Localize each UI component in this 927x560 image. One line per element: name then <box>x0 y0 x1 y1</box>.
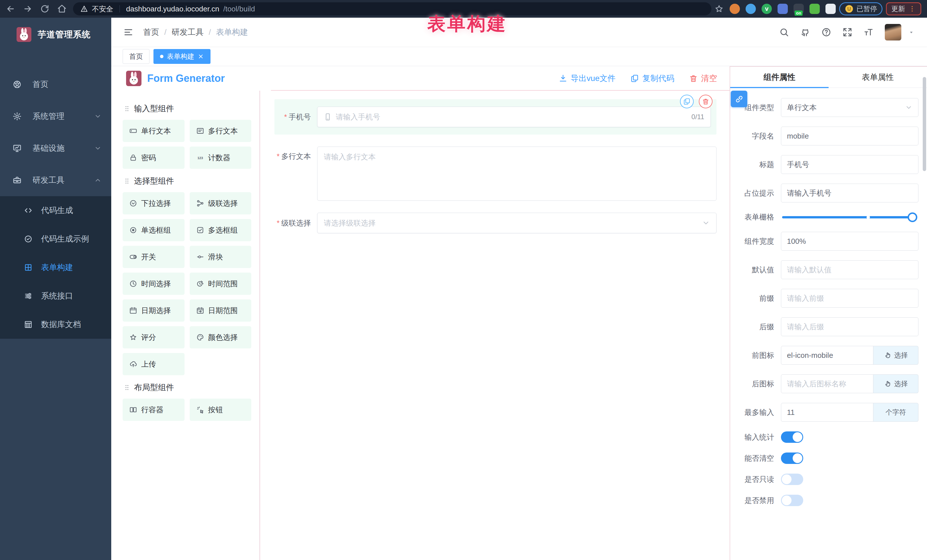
breadcrumb-item[interactable]: 首页 <box>143 27 159 38</box>
prop-append-前图标[interactable]: 选择 <box>873 346 918 365</box>
sidebar-subitem-3[interactable]: 系统接口 <box>0 282 111 310</box>
canvas-field-手机号[interactable]: *手机号 请输入手机号 0/11 <box>274 99 716 135</box>
back-icon[interactable] <box>6 4 15 14</box>
sidebar-item-3[interactable]: 研发工具 <box>0 164 111 196</box>
delete-field-button[interactable] <box>699 95 713 108</box>
palette-item-颜色选择[interactable]: 颜色选择 <box>190 326 252 348</box>
prop-input-后图标[interactable]: 请输入后图标名称 <box>781 374 873 393</box>
prop-input-最多输入[interactable]: 11 <box>781 403 873 422</box>
palette-item-上传[interactable]: 上传 <box>123 353 185 375</box>
help-icon[interactable] <box>821 27 831 37</box>
field-input[interactable]: 请输入手机号 0/11 <box>317 107 711 127</box>
puzzle-extension-icon[interactable] <box>825 4 836 14</box>
prop-append-最多输入[interactable]: 个字符 <box>873 403 918 422</box>
v-extension-icon[interactable]: v <box>761 4 772 14</box>
chevron-down-icon <box>702 219 710 227</box>
github-icon[interactable] <box>800 27 810 37</box>
address-bar[interactable]: 不安全 dashboard.yudao.iocoder.cn/tool/buil… <box>73 2 711 15</box>
palette-item-按钮[interactable]: 按钮 <box>190 399 252 421</box>
palette-item-滑块[interactable]: 滑块 <box>190 246 252 268</box>
breadcrumb-item[interactable]: 研发工具 <box>172 27 204 38</box>
prop-append-后图标[interactable]: 选择 <box>873 374 918 393</box>
columns-extension-icon[interactable] <box>778 4 788 14</box>
palette-item-单选框组[interactable]: 单选框组 <box>123 219 185 241</box>
leaf-extension-icon[interactable] <box>810 4 820 14</box>
avatar-caret-icon[interactable] <box>908 29 915 35</box>
palette-item-密码[interactable]: 密码 <box>123 147 185 169</box>
prop-input-前缀[interactable]: 请输入前缀 <box>781 289 918 308</box>
search-icon[interactable] <box>779 27 789 37</box>
slider-handle[interactable] <box>907 212 917 222</box>
pin-extension-icon[interactable] <box>746 4 756 14</box>
canvas-field-级联选择[interactable]: *级联选择 请选择级联选择 <box>274 213 716 233</box>
sidebar-item-1[interactable]: 系统管理 <box>0 100 111 132</box>
sidebar-subitem-2[interactable]: 表单构建 <box>0 253 111 282</box>
field-textarea[interactable]: 请输入多行文本 <box>317 147 716 201</box>
palette-item-行容器[interactable]: 行容器 <box>123 399 185 421</box>
data-binding-button[interactable] <box>731 91 747 107</box>
prop-switch-输入统计[interactable] <box>781 431 803 443</box>
prop-switch-是否只读[interactable] <box>781 473 803 485</box>
svg-text:123: 123 <box>198 156 203 160</box>
prop-select-组件类型[interactable]: 单行文本 <box>781 98 918 117</box>
prop-switch-是否禁用[interactable] <box>781 495 803 506</box>
prop-input-组件宽度[interactable]: 100% <box>781 232 918 250</box>
palette-item-多行文本[interactable]: 多行文本 <box>190 120 252 142</box>
palette-item-日期范围[interactable]: 日期范围 <box>190 299 252 322</box>
palette-item-下拉选择[interactable]: 下拉选择 <box>123 192 185 214</box>
user-avatar[interactable] <box>885 24 901 41</box>
prop-slider-表单栅格[interactable] <box>782 216 913 219</box>
prop-label: 是否只读 <box>730 475 781 484</box>
tab-表单构建[interactable]: 表单构建 <box>153 49 211 64</box>
palette-item-时间范围[interactable]: 时间范围 <box>190 273 252 295</box>
sidebar-subitem-4[interactable]: 数据库文档 <box>0 310 111 339</box>
sidebar-subitem-0[interactable]: 代码生成 <box>0 196 111 225</box>
fullscreen-icon[interactable] <box>843 27 852 37</box>
char-counter: 0/11 <box>691 113 704 121</box>
reload-icon[interactable] <box>40 4 50 14</box>
hamburger-icon[interactable] <box>123 27 134 37</box>
tab-组件属性[interactable]: 组件属性 <box>730 67 828 88</box>
prop-input-标题[interactable]: 手机号 <box>781 155 918 174</box>
palette-item-多选框组[interactable]: 多选框组 <box>190 219 252 241</box>
security-warning-icon[interactable] <box>81 5 88 12</box>
prop-switch-能否清空[interactable] <box>781 452 803 464</box>
复制代码-button[interactable]: 复制代码 <box>631 73 674 84</box>
sidebar-item-0[interactable]: 首页 <box>0 68 111 100</box>
palette-item-单行文本[interactable]: 单行文本 <box>123 120 185 142</box>
duplicate-field-button[interactable] <box>680 95 694 108</box>
prop-input-默认值[interactable]: 请输入默认值 <box>781 260 918 279</box>
panel-scrollbar[interactable] <box>923 77 926 171</box>
prop-input-占位提示[interactable]: 请输入手机号 <box>781 184 918 202</box>
导出vue文件-button[interactable]: 导出vue文件 <box>559 73 615 84</box>
toolbox-icon <box>12 176 22 185</box>
bookmark-star-icon[interactable] <box>715 5 723 13</box>
palette-item-开关[interactable]: 开关 <box>123 246 185 268</box>
palette-item-时间选择[interactable]: 时间选择 <box>123 273 185 295</box>
download-icon <box>559 74 567 83</box>
palette-item-级联选择[interactable]: 级联选择 <box>190 192 252 214</box>
prop-input-字段名[interactable]: mobile <box>781 127 918 146</box>
sync-extension-icon[interactable] <box>729 4 740 14</box>
palette-item-日期选择[interactable]: 日期选择 <box>123 299 185 322</box>
close-icon[interactable] <box>198 53 204 59</box>
proxy-extension-icon[interactable]: on <box>793 4 804 14</box>
app-logo-row[interactable]: 芋道管理系统 <box>0 18 111 51</box>
browser-menu-dots-icon[interactable] <box>909 5 916 12</box>
prop-input-前图标[interactable]: el-icon-mobile <box>781 346 873 365</box>
palette-item-计数器[interactable]: 123 计数器 <box>190 147 252 169</box>
prop-input-后缀[interactable]: 请输入后缀 <box>781 317 918 336</box>
field-select[interactable]: 请选择级联选择 <box>317 213 716 233</box>
forward-icon[interactable] <box>23 4 32 14</box>
paused-extension-pill[interactable]: 已暂停 <box>839 2 883 15</box>
tab-表单属性[interactable]: 表单属性 <box>828 67 927 88</box>
browser-update-button[interactable]: 更新 <box>886 2 921 15</box>
font-size-icon[interactable] <box>864 27 873 37</box>
清空-button[interactable]: 清空 <box>689 73 717 84</box>
canvas-field-多行文本[interactable]: *多行文本 请输入多行文本 <box>274 147 716 201</box>
sidebar-subitem-1[interactable]: 代码生成示例 <box>0 225 111 253</box>
tab-首页[interactable]: 首页 <box>123 49 149 64</box>
sidebar-item-2[interactable]: 基础设施 <box>0 132 111 164</box>
palette-item-评分[interactable]: 评分 <box>123 326 185 348</box>
home-icon[interactable] <box>57 4 67 14</box>
